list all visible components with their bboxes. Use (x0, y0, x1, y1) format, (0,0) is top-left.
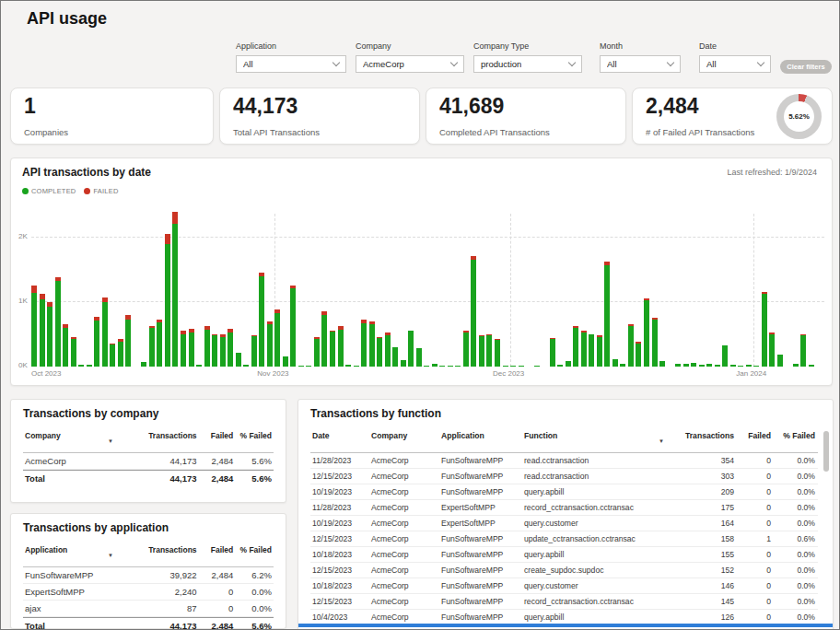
bar-day-75[interactable] (612, 359, 618, 368)
bar-day-43[interactable] (361, 320, 367, 367)
bar-day-83[interactable] (675, 364, 681, 367)
bar-day-89[interactable] (722, 345, 728, 367)
column-header--failed[interactable]: % Failed (773, 428, 817, 443)
table-row[interactable]: 10/19/2023AcmeCorpFunSoftwareMPPquery.ap… (310, 484, 818, 500)
column-header-application[interactable]: Application (439, 428, 522, 443)
table-header-row[interactable]: CompanyTransactionsFailed% Failed▼ (23, 426, 274, 453)
bar-day-35[interactable] (298, 366, 304, 367)
bar-day-7[interactable] (78, 365, 84, 367)
bar-day-26[interactable] (228, 329, 233, 367)
bar-day-79[interactable] (644, 298, 649, 367)
bar-day-71[interactable] (581, 331, 587, 367)
bar-day-33[interactable] (283, 356, 288, 367)
bar-day-95[interactable] (769, 332, 775, 367)
bar-day-84[interactable] (683, 364, 689, 367)
bar-day-16[interactable] (149, 326, 155, 367)
bar-day-9[interactable] (94, 317, 99, 367)
bar-day-20[interactable] (181, 331, 186, 367)
table-total-row[interactable]: Total44,1732,4845.6% (23, 470, 274, 486)
bar-day-68[interactable] (557, 365, 563, 367)
bar-day-22[interactable] (196, 365, 202, 367)
column-header-date[interactable]: Date (310, 428, 369, 443)
bar-day-98[interactable] (793, 364, 799, 367)
table-row[interactable]: 12/15/2023AcmeCorpFunSoftwareMPPread.cct… (310, 469, 818, 484)
bar-day-100[interactable] (809, 365, 814, 367)
bar-day-1[interactable] (31, 286, 37, 367)
bar-day-78[interactable] (636, 342, 641, 367)
bar-day-72[interactable] (589, 334, 594, 367)
bar-day-92[interactable] (746, 365, 752, 367)
column-header-failed[interactable]: Failed (736, 428, 773, 443)
column-header-transactions[interactable]: Transactions (114, 428, 198, 443)
bar-day-2[interactable] (40, 294, 45, 367)
column-header--failed[interactable]: % Failed (235, 428, 274, 443)
bar-day-19[interactable] (172, 212, 178, 367)
bar-day-42[interactable] (354, 366, 359, 367)
bar-day-13[interactable] (125, 315, 131, 367)
bar-day-29[interactable] (251, 335, 257, 367)
bar-day-39[interactable] (330, 331, 335, 367)
bar-day-37[interactable] (314, 337, 320, 367)
filter-month-dropdown[interactable]: All (600, 55, 681, 73)
column-header-function[interactable]: Function (522, 428, 668, 443)
bar-day-74[interactable] (604, 262, 610, 367)
bar-day-58[interactable] (479, 335, 484, 367)
column-header-company[interactable]: Company (369, 428, 439, 443)
bar-day-15[interactable] (141, 362, 146, 367)
bar-day-57[interactable] (471, 256, 476, 367)
bar-day-44[interactable] (369, 321, 375, 367)
table-row[interactable]: 10/19/2023AcmeCorpExpertSoftMPPquery.cus… (310, 516, 818, 531)
bar-day-69[interactable] (566, 361, 571, 367)
legend-item-completed[interactable]: COMPLETED (22, 187, 76, 195)
bar-day-62[interactable] (510, 366, 516, 367)
table-row[interactable]: 11/28/2023AcmeCorpExpertSoftMPPrecord_cc… (310, 500, 818, 516)
column-header-application[interactable]: Application (23, 542, 114, 557)
bar-day-32[interactable] (274, 309, 280, 367)
table-header-row[interactable]: DateCompanyApplicationFunctionTransactio… (310, 426, 818, 453)
bar-day-47[interactable] (392, 347, 398, 367)
bar-day-11[interactable] (110, 344, 115, 367)
bar-day-38[interactable] (321, 311, 327, 367)
bar-day-70[interactable] (573, 326, 578, 367)
bar-day-18[interactable] (165, 234, 170, 368)
filter-application-dropdown[interactable]: All (236, 55, 346, 73)
bar-day-3[interactable] (47, 302, 52, 368)
bar-day-85[interactable] (691, 363, 696, 367)
bar-day-87[interactable] (706, 364, 712, 367)
column-header-company[interactable]: Company (23, 428, 114, 443)
table-row[interactable]: ExpertSoftMPP2,24000.0% (23, 584, 274, 601)
bar-day-53[interactable] (439, 366, 445, 367)
bar-day-48[interactable] (401, 360, 406, 367)
bar-day-30[interactable] (259, 273, 264, 367)
bar-day-77[interactable] (628, 324, 634, 367)
column-header-failed[interactable]: Failed (199, 542, 236, 557)
bar-day-88[interactable] (715, 365, 720, 367)
filter-date-dropdown[interactable]: All (699, 55, 771, 73)
bar-day-25[interactable] (220, 334, 226, 367)
bar-day-6[interactable] (71, 337, 76, 367)
table-row[interactable]: ajax8700.0% (23, 601, 274, 617)
bar-day-90[interactable] (730, 365, 736, 367)
bar-day-21[interactable] (189, 329, 194, 367)
bar-day-81[interactable] (659, 361, 665, 367)
table-row[interactable]: 12/15/2023AcmeCorpFunSoftwareMPPupdate_c… (310, 531, 818, 547)
table-row[interactable]: 12/15/2023AcmeCorpFunSoftwareMPPrecord_c… (310, 594, 818, 610)
bar-day-76[interactable] (620, 364, 625, 368)
vertical-scrollbar-thumb[interactable] (823, 431, 829, 472)
bar-day-93[interactable] (753, 366, 759, 367)
bar-day-34[interactable] (290, 286, 296, 367)
bar-day-5[interactable] (63, 324, 68, 367)
bar-day-73[interactable] (597, 335, 602, 367)
bar-day-55[interactable] (455, 366, 461, 367)
table-header-row[interactable]: ApplicationTransactionsFailed% Failed▼ (23, 540, 274, 567)
bar-day-51[interactable] (424, 366, 429, 367)
bar-day-94[interactable] (762, 292, 767, 367)
bar-day-52[interactable] (432, 364, 438, 368)
bar-day-60[interactable] (495, 339, 500, 367)
bar-day-67[interactable] (550, 338, 555, 367)
bar-day-24[interactable] (212, 334, 217, 367)
table-row[interactable]: 11/28/2023AcmeCorpFunSoftwareMPPread.cct… (310, 453, 818, 469)
table-row[interactable]: 10/18/2023AcmeCorpFunSoftwareMPPquery.cu… (310, 578, 818, 594)
bar-day-59[interactable] (486, 334, 492, 367)
bar-day-4[interactable] (55, 277, 61, 367)
